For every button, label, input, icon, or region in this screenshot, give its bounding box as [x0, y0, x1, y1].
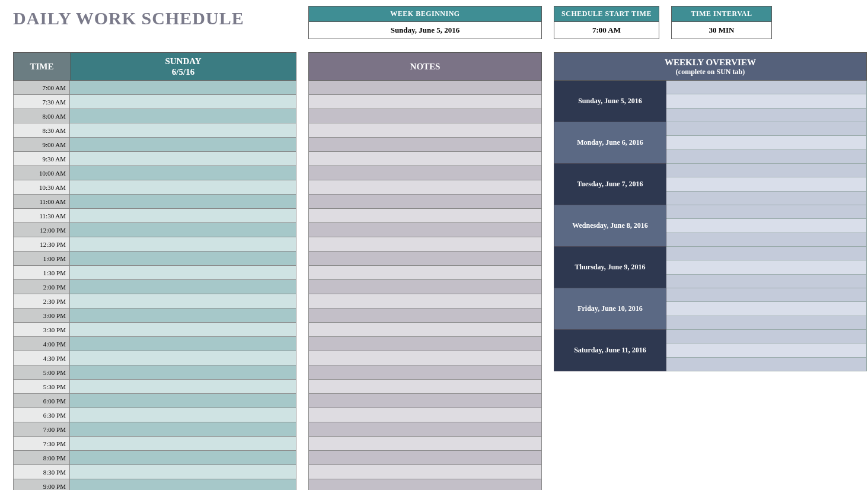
- notes-row[interactable]: [308, 195, 542, 209]
- notes-row[interactable]: [308, 337, 542, 351]
- overview-slot[interactable]: [666, 109, 867, 122]
- schedule-start-label: SCHEDULE START TIME: [554, 7, 659, 22]
- time-interval-label: TIME INTERVAL: [672, 7, 771, 22]
- notes-row[interactable]: [308, 365, 542, 380]
- schedule-slot[interactable]: [70, 223, 296, 237]
- overview-slot[interactable]: [666, 260, 867, 274]
- notes-row[interactable]: [308, 166, 542, 180]
- schedule-slot[interactable]: [70, 323, 296, 337]
- overview-slot[interactable]: [666, 288, 867, 302]
- notes-row[interactable]: [308, 479, 542, 490]
- overview-day-label: Saturday, June 11, 2016: [554, 330, 666, 371]
- notes-row[interactable]: [308, 308, 542, 323]
- overview-slot[interactable]: [666, 330, 867, 343]
- time-cell: 10:00 AM: [13, 166, 70, 180]
- overview-slot[interactable]: [666, 316, 867, 330]
- notes-row[interactable]: [308, 152, 542, 166]
- notes-row[interactable]: [308, 266, 542, 280]
- week-beginning-label: WEEK BEGINNING: [309, 7, 541, 22]
- schedule-slot[interactable]: [70, 294, 296, 308]
- time-interval-value[interactable]: 30 MIN: [672, 22, 771, 39]
- schedule-slot[interactable]: [70, 437, 296, 451]
- overview-row: Thursday, June 9, 2016: [554, 247, 867, 288]
- schedule-slot[interactable]: [70, 365, 296, 380]
- schedule-row: 4:30 PM: [13, 351, 296, 365]
- schedule-slot[interactable]: [70, 109, 296, 123]
- overview-slot[interactable]: [666, 192, 867, 205]
- schedule-slot[interactable]: [70, 195, 296, 209]
- notes-row[interactable]: [308, 237, 542, 252]
- schedule-slot[interactable]: [70, 252, 296, 266]
- notes-row[interactable]: [308, 323, 542, 337]
- overview-slot[interactable]: [666, 247, 867, 260]
- schedule-slot[interactable]: [70, 465, 296, 479]
- schedule-slot[interactable]: [70, 209, 296, 223]
- overview-slot[interactable]: [666, 205, 867, 219]
- notes-row[interactable]: [308, 123, 542, 138]
- notes-row[interactable]: [308, 209, 542, 223]
- schedule-slot[interactable]: [70, 337, 296, 351]
- notes-row[interactable]: [308, 465, 542, 479]
- schedule-slot[interactable]: [70, 266, 296, 280]
- schedule-row: 5:30 PM: [13, 380, 296, 394]
- schedule-slot[interactable]: [70, 422, 296, 437]
- schedule-slot[interactable]: [70, 166, 296, 180]
- schedule-slot[interactable]: [70, 451, 296, 465]
- notes-row[interactable]: [308, 408, 542, 422]
- notes-row[interactable]: [308, 223, 542, 237]
- schedule-slot[interactable]: [70, 280, 296, 294]
- notes-row[interactable]: [308, 451, 542, 465]
- time-cell: 4:30 PM: [13, 351, 70, 365]
- schedule-slot[interactable]: [70, 394, 296, 408]
- time-cell: 7:00 AM: [13, 81, 70, 95]
- overview-slot[interactable]: [666, 302, 867, 316]
- schedule-slot[interactable]: [70, 237, 296, 252]
- overview-slot[interactable]: [666, 81, 867, 94]
- overview-slot[interactable]: [666, 122, 867, 136]
- overview-slot[interactable]: [666, 136, 867, 149]
- overview-slot[interactable]: [666, 177, 867, 191]
- notes-row[interactable]: [308, 294, 542, 308]
- notes-row[interactable]: [308, 95, 542, 109]
- schedule-slot[interactable]: [70, 123, 296, 138]
- notes-row[interactable]: [308, 422, 542, 437]
- notes-row[interactable]: [308, 280, 542, 294]
- schedule-slot[interactable]: [70, 138, 296, 152]
- schedule-slot[interactable]: [70, 479, 296, 490]
- week-beginning-value[interactable]: Sunday, June 5, 2016: [309, 22, 541, 39]
- schedule-slot[interactable]: [70, 380, 296, 394]
- notes-row[interactable]: [308, 380, 542, 394]
- notes-row[interactable]: [308, 351, 542, 365]
- notes-row[interactable]: [308, 252, 542, 266]
- notes-row[interactable]: [308, 81, 542, 95]
- overview-row: Tuesday, June 7, 2016: [554, 164, 867, 205]
- overview-slot[interactable]: [666, 343, 867, 357]
- schedule-slot[interactable]: [70, 351, 296, 365]
- overview-slot[interactable]: [666, 275, 867, 288]
- schedule-slot[interactable]: [70, 180, 296, 195]
- overview-slot[interactable]: [666, 219, 867, 233]
- notes-row[interactable]: [308, 180, 542, 195]
- schedule-slot[interactable]: [70, 95, 296, 109]
- overview-row: Monday, June 6, 2016: [554, 122, 867, 164]
- overview-slot[interactable]: [666, 164, 867, 177]
- schedule-row: 10:30 AM: [13, 180, 296, 195]
- overview-slot[interactable]: [666, 233, 867, 247]
- schedule-start-value[interactable]: 7:00 AM: [554, 22, 659, 39]
- overview-slot[interactable]: [666, 94, 867, 108]
- schedule-slot[interactable]: [70, 408, 296, 422]
- schedule-slot[interactable]: [70, 81, 296, 95]
- notes-row[interactable]: [308, 138, 542, 152]
- weekly-overview-subtitle: (complete on SUN tab): [676, 68, 745, 76]
- notes-row[interactable]: [308, 394, 542, 408]
- schedule-slot[interactable]: [70, 308, 296, 323]
- time-cell: 10:30 AM: [13, 180, 70, 195]
- overview-slot[interactable]: [666, 150, 867, 164]
- weekly-overview-title: WEEKLY OVERVIEW: [665, 57, 756, 68]
- schedule-row: 7:30 AM: [13, 95, 296, 109]
- schedule-slot[interactable]: [70, 152, 296, 166]
- day-column-header: SUNDAY 6/5/16: [70, 52, 296, 81]
- notes-row[interactable]: [308, 437, 542, 451]
- overview-slot[interactable]: [666, 358, 867, 371]
- notes-row[interactable]: [308, 109, 542, 123]
